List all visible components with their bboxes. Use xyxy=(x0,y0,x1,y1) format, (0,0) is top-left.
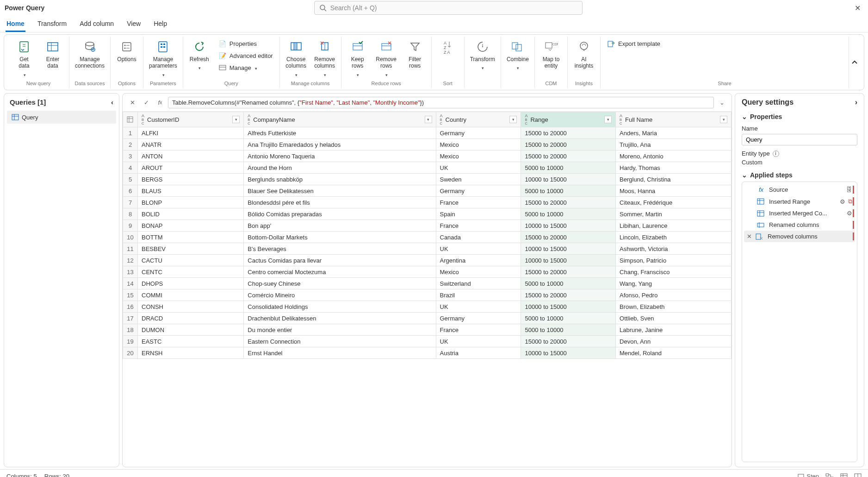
get-data-button[interactable]: Get data xyxy=(12,38,36,79)
column-filter-button[interactable]: ▾ xyxy=(232,116,240,123)
formula-input[interactable]: Table.RemoveColumns(#"Renamed columns", … xyxy=(168,97,714,108)
filter-rows-button[interactable]: Filter rows xyxy=(403,38,427,70)
corner-cell[interactable] xyxy=(123,112,138,127)
column-header-range[interactable]: ABCRange▾ xyxy=(521,112,616,127)
cell[interactable]: 5000 to 10000 xyxy=(521,324,616,336)
cell[interactable]: 15000 to 20000 xyxy=(521,232,616,243)
cell[interactable]: BLONP xyxy=(138,197,244,208)
cell[interactable]: Antonio Moreno Taqueria xyxy=(244,151,436,162)
choose-columns-button[interactable]: Choose columns xyxy=(285,38,308,79)
tab-view[interactable]: View xyxy=(126,17,142,32)
tab-transform[interactable]: Transform xyxy=(37,17,68,32)
cell[interactable]: 15000 to 20000 xyxy=(521,139,616,151)
cell[interactable]: ANTON xyxy=(138,151,244,162)
cell[interactable]: Moos, Hanna xyxy=(616,185,732,197)
export-template-button[interactable]: Export template xyxy=(605,38,662,49)
cell[interactable]: 5000 to 10000 xyxy=(521,185,616,197)
transform-button[interactable]: Transform xyxy=(469,38,496,72)
step-settings-button[interactable]: ⚙ xyxy=(847,210,852,217)
step-nav[interactable]: Step xyxy=(797,473,819,477)
step-renamed-columns[interactable]: Renamed columns xyxy=(744,219,855,231)
ai-insights-button[interactable]: AI insights xyxy=(572,38,595,70)
table-row[interactable]: 6BLAUSBlauer See DelikatessenGermany5000… xyxy=(123,185,732,197)
cell[interactable]: Switzerland xyxy=(436,278,521,289)
cell[interactable]: 5000 to 10000 xyxy=(521,162,616,174)
table-row[interactable]: 14DHOPSChop-suey ChineseSwitzerland5000 … xyxy=(123,278,732,289)
split-view-button[interactable] xyxy=(854,473,862,477)
cell[interactable]: 10000 to 15000 xyxy=(521,174,616,185)
cell[interactable]: Citeaux, Frédérique xyxy=(616,197,732,208)
tab-add-column[interactable]: Add column xyxy=(79,17,115,32)
cell[interactable]: Chang, Franscisco xyxy=(616,266,732,278)
cell[interactable]: Lincoln, Elizabeth xyxy=(616,232,732,243)
cell[interactable]: Brazil xyxy=(436,289,521,301)
cell[interactable]: CENTC xyxy=(138,266,244,278)
formula-commit-button[interactable]: ✓ xyxy=(140,96,152,108)
cell[interactable]: Comércio Mineiro xyxy=(244,289,436,301)
cell[interactable]: 15000 to 20000 xyxy=(521,289,616,301)
cell[interactable]: CONSH xyxy=(138,301,244,313)
query-name-input[interactable] xyxy=(742,134,857,145)
options-button[interactable]: Options xyxy=(115,38,138,63)
column-header-customerid[interactable]: ABCCustomerID▾ xyxy=(138,112,244,127)
properties-section[interactable]: ⌄Properties xyxy=(742,113,857,120)
table-row[interactable]: 4AROUTAround the HornUK5000 to 10000Hard… xyxy=(123,162,732,174)
cell[interactable]: BESBEV xyxy=(138,243,244,255)
cell[interactable]: 5000 to 10000 xyxy=(521,313,616,324)
sort-button[interactable]: AZZ A xyxy=(436,38,459,55)
table-row[interactable]: 16CONSHConsolidated HoldingsUK10000 to 1… xyxy=(123,301,732,313)
cell[interactable]: Trujillo, Ana xyxy=(616,139,732,151)
ribbon-collapse-button[interactable] xyxy=(849,57,860,68)
table-row[interactable]: 18DUMONDu monde entierFrance5000 to 1000… xyxy=(123,324,732,336)
queries-collapse-button[interactable]: ‹ xyxy=(111,98,113,106)
cell[interactable]: 5000 to 10000 xyxy=(521,278,616,289)
step-settings-button[interactable]: ⚙ xyxy=(840,198,845,205)
cell[interactable]: COMMI xyxy=(138,289,244,301)
cell[interactable]: 15000 to 20000 xyxy=(521,127,616,139)
cell[interactable]: Germany xyxy=(436,185,521,197)
manage-button[interactable]: Manage xyxy=(217,63,259,73)
formula-expand-button[interactable]: ⌄ xyxy=(716,96,728,108)
delete-step-button[interactable]: ✕ xyxy=(747,233,752,240)
cell[interactable]: Brown, Elizabeth xyxy=(616,301,732,313)
cell[interactable]: Argentina xyxy=(436,255,521,266)
cell[interactable]: UK xyxy=(436,301,521,313)
cell[interactable]: ERNSH xyxy=(138,347,244,359)
cell[interactable]: BOTTM xyxy=(138,232,244,243)
cell[interactable]: BOLID xyxy=(138,208,244,220)
cell[interactable]: Blauer See Delikatessen xyxy=(244,185,436,197)
cell[interactable]: BERGS xyxy=(138,174,244,185)
table-row[interactable]: 2ANATRAna Trujillo Emaredados y heladosM… xyxy=(123,139,732,151)
cell[interactable]: Alfreds Futterkiste xyxy=(244,127,436,139)
cell[interactable]: DRACD xyxy=(138,313,244,324)
enter-data-button[interactable]: Enter data xyxy=(41,38,64,70)
cell[interactable]: Centro comercial Moctezuma xyxy=(244,266,436,278)
cell[interactable]: UK xyxy=(436,243,521,255)
cell[interactable]: BONAP xyxy=(138,220,244,232)
cell[interactable]: 15000 to 20000 xyxy=(521,197,616,208)
cell[interactable]: UK xyxy=(436,336,521,347)
cell[interactable]: BLAUS xyxy=(138,185,244,197)
cell[interactable]: Moreno, Antonio xyxy=(616,151,732,162)
info-icon[interactable]: i xyxy=(773,151,779,157)
cell[interactable]: DHOPS xyxy=(138,278,244,289)
step-removed-columns[interactable]: ✕Removed columns xyxy=(744,231,855,242)
cell[interactable]: Devon, Ann xyxy=(616,336,732,347)
cell[interactable]: Bottom-Dollar Markets xyxy=(244,232,436,243)
column-filter-button[interactable]: ▾ xyxy=(425,116,432,123)
cell[interactable]: Germany xyxy=(436,127,521,139)
cell[interactable]: Du monde entier xyxy=(244,324,436,336)
cell[interactable]: Berglunds snabbköp xyxy=(244,174,436,185)
cell[interactable]: Ashworth, Victoria xyxy=(616,243,732,255)
cell[interactable]: 10000 to 15000 xyxy=(521,220,616,232)
column-filter-button[interactable]: ▾ xyxy=(720,116,727,123)
cell[interactable]: 5000 to 10000 xyxy=(521,208,616,220)
cell[interactable]: Spain xyxy=(436,208,521,220)
cell[interactable]: Ernst Handel xyxy=(244,347,436,359)
cell[interactable]: France xyxy=(436,197,521,208)
column-header-companyname[interactable]: ABCCompanyName▾ xyxy=(244,112,436,127)
diagram-view-button[interactable] xyxy=(825,473,834,477)
cell[interactable]: 15000 to 20000 xyxy=(521,151,616,162)
cell[interactable]: Berglund, Christina xyxy=(616,174,732,185)
cell[interactable]: Anders, Maria xyxy=(616,127,732,139)
